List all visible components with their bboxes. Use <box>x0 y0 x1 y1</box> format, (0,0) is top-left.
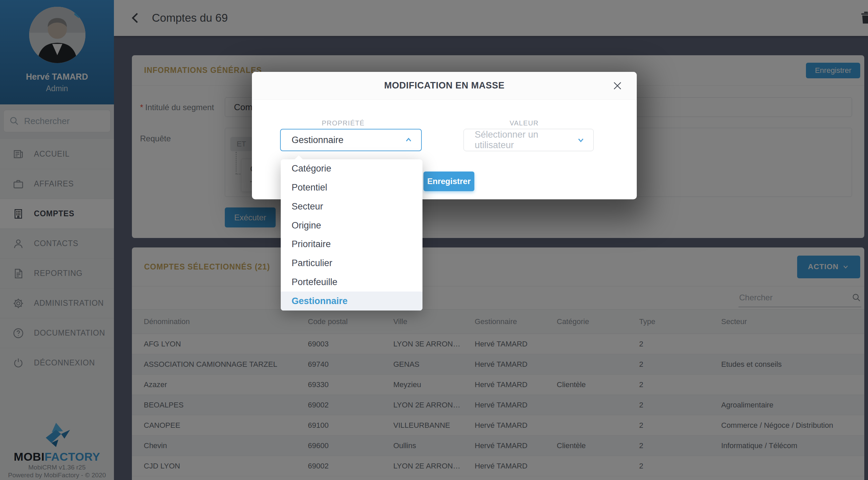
value-select[interactable]: Sélectionner un utilisateur <box>463 129 594 151</box>
dropdown-option-particulier[interactable]: Particulier <box>281 254 422 273</box>
dropdown-option-prioritaire[interactable]: Prioritaire <box>281 235 422 254</box>
dropdown-option-gestionnaire[interactable]: Gestionnaire <box>281 292 422 311</box>
dropdown-option-potentiel[interactable]: Potentiel <box>281 178 422 197</box>
value-label: VALEUR <box>510 119 539 127</box>
close-icon <box>612 80 623 92</box>
dropdown-option-origine[interactable]: Origine <box>281 216 422 235</box>
property-select-value: Gestionnaire <box>292 135 404 145</box>
property-options-dropdown: CatégoriePotentielSecteurOriginePriorita… <box>281 159 422 311</box>
modal-close-button[interactable] <box>612 80 623 92</box>
modal-save-button[interactable]: Enregistrer <box>423 172 474 191</box>
dropdown-option-secteur[interactable]: Secteur <box>281 197 422 216</box>
property-select[interactable]: Gestionnaire <box>280 129 422 151</box>
dropdown-option-portefeuille[interactable]: Portefeuille <box>281 273 422 292</box>
property-label: PROPRIÉTÉ <box>322 119 364 127</box>
modal-title: MODIFICATION EN MASSE <box>384 80 505 91</box>
dropdown-option-catgorie[interactable]: Catégorie <box>281 159 422 178</box>
chevron-up-icon <box>404 136 413 144</box>
dropdown-option-list: CatégoriePotentielSecteurOriginePriorita… <box>281 159 422 311</box>
chevron-down-icon <box>576 136 585 144</box>
value-select-placeholder: Sélectionner un utilisateur <box>475 129 576 151</box>
modal-header: MODIFICATION EN MASSE <box>252 72 637 100</box>
app-root: Hervé TAMARD Admin Rechercher ACCUEILAFF… <box>0 0 868 480</box>
